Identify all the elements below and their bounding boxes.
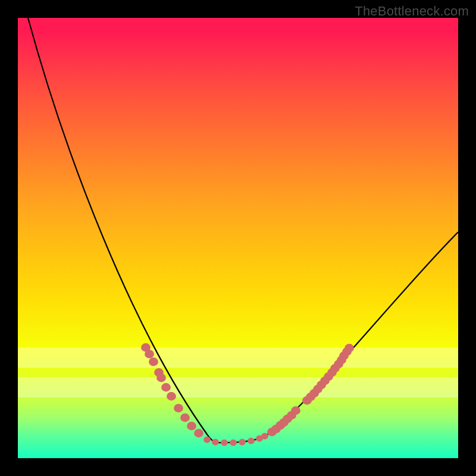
watermark-text: TheBottleneck.com (355, 4, 469, 19)
chart-frame (18, 18, 458, 458)
gradient-background (18, 18, 458, 458)
